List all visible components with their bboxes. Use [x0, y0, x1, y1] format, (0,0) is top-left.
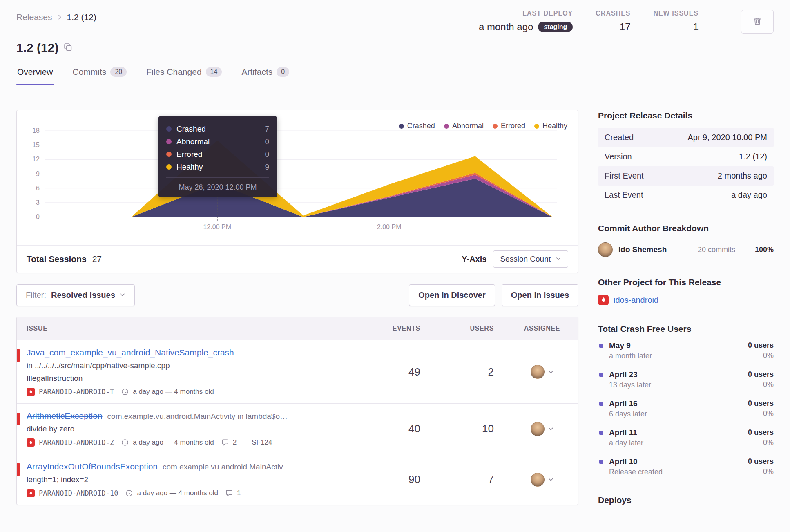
author-avatar: [598, 242, 613, 257]
issue-message: divide by zero: [27, 425, 354, 434]
other-project-row: idos-android: [598, 295, 774, 305]
sessions-area-chart: 036912151812:00 PM2:00 PM: [26, 116, 569, 235]
chevron-down-icon: [548, 369, 554, 375]
issue-meta: PARANOID-ANDROID-T a day ago — 4 months …: [27, 388, 354, 396]
delete-release-button[interactable]: [741, 10, 774, 34]
error-level-bar: [17, 349, 20, 362]
column-users: USERS: [433, 325, 506, 332]
total-sessions-value: 27: [92, 254, 102, 264]
errored-dot: [493, 124, 498, 129]
author-commit-count: 20 commits: [698, 246, 735, 254]
deploys-heading: Deploys: [598, 495, 774, 505]
page-title: 1.2 (12): [16, 41, 58, 55]
issues-table: ISSUE EVENTS USERS ASSIGNEE Java_com_exa…: [16, 317, 578, 505]
breadcrumb-releases-link[interactable]: Releases: [16, 12, 52, 22]
assignee-avatar: [531, 365, 545, 379]
chart-legend: Crashed Abnormal Errored Healthy: [399, 122, 567, 130]
issue-age: a day ago — 4 months old: [133, 438, 214, 447]
breadcrumb-current: 1.2 (12): [67, 12, 96, 22]
chevron-down-icon: [548, 426, 554, 432]
environment-badge: staging: [538, 22, 573, 32]
issue-message: IllegalInstruction: [27, 374, 354, 383]
issue-title-link[interactable]: Java_com_example_vu_android_NativeSample…: [27, 348, 234, 358]
assignee-dropdown[interactable]: [506, 340, 578, 403]
commit-authors-heading: Commit Author Breakdown: [598, 224, 774, 233]
timeline-dot: [599, 402, 603, 406]
timeline-dot: [599, 373, 603, 377]
healthy-dot: [166, 164, 172, 170]
crash-free-item: April 11 a day later 0 users 0%: [598, 428, 774, 447]
column-issue: ISSUE: [17, 325, 359, 332]
issue-meta: PARANOID-ANDROID-Z a day ago — 4 months …: [27, 438, 354, 447]
assignee-avatar: [531, 473, 545, 487]
tab-overview[interactable]: Overview: [16, 67, 54, 85]
yaxis-select[interactable]: Session Count: [493, 250, 568, 268]
other-project-link[interactable]: idos-android: [614, 295, 658, 305]
assignee-dropdown[interactable]: [506, 404, 578, 454]
comments-count: 2: [233, 438, 237, 447]
timeline-dot: [599, 460, 603, 464]
crashed-dot: [166, 126, 172, 132]
trash-icon: [753, 17, 762, 27]
release-overview-page: Releases 1.2 (12) LAST DEPLOY a month ag…: [0, 0, 790, 512]
svg-text:6: 6: [36, 185, 40, 192]
tooltip-date: May 26, 2020 12:00 PM: [166, 177, 269, 192]
last-deploy-value: a month ago: [479, 21, 533, 33]
assignee-dropdown[interactable]: [506, 454, 578, 505]
author-percent: 100%: [755, 246, 774, 254]
stat-crashes: CRASHES 17: [596, 10, 630, 33]
tooltip-row-abnormal: Abnormal 0: [166, 135, 269, 148]
crash-free-item: April 23 13 days later 0 users 0%: [598, 370, 774, 389]
events-count: 40: [359, 404, 433, 454]
abnormal-dot: [444, 124, 449, 129]
legend-crashed: Crashed: [399, 122, 435, 130]
stat-last-deploy: LAST DEPLOY a month ago staging: [479, 10, 573, 33]
issue-annotation-link[interactable]: SI-124: [252, 438, 272, 447]
users-count: 10: [433, 404, 506, 454]
issue-age: a day ago — 4 months old: [133, 388, 214, 396]
release-details-heading: Project Release Details: [598, 111, 774, 121]
legend-errored: Errored: [493, 122, 525, 130]
copy-version-button[interactable]: [64, 43, 72, 52]
detail-row-last-event: Last Event a day ago: [598, 186, 774, 205]
chart-footer: Total Sessions 27 Y-Axis Session Count: [17, 245, 578, 273]
issues-filter-select[interactable]: Filter: Resolved Issues: [16, 284, 135, 306]
crash-free-item: April 16 6 days later 0 users 0%: [598, 399, 774, 418]
issues-actions: Open in Discover Open in Issues: [409, 284, 578, 306]
crash-free-item: April 10 Release created 0 users 0%: [598, 457, 774, 476]
new-issues-label: NEW ISSUES: [654, 10, 699, 17]
issue-row: Java_com_example_vu_android_NativeSample…: [17, 340, 578, 403]
issue-title-link[interactable]: ArrayIndexOutOfBoundsException: [27, 462, 158, 472]
topbar: Releases 1.2 (12) LAST DEPLOY a month ag…: [16, 10, 774, 34]
svg-text:2:00 PM: 2:00 PM: [377, 224, 402, 230]
clock-icon: [121, 388, 129, 396]
project-icon: [27, 438, 35, 447]
release-tabs: Overview Commits20 Files Changed14 Artif…: [0, 67, 790, 85]
artifacts-count-badge: 0: [277, 67, 289, 77]
author-name: Ido Shemesh: [618, 245, 692, 254]
issues-table-header: ISSUE EVENTS USERS ASSIGNEE: [17, 317, 578, 340]
svg-text:15: 15: [32, 141, 40, 148]
crash-free-timeline: May 9 a month later 0 users 0% April 23 …: [598, 341, 774, 476]
timeline-dot: [599, 344, 603, 348]
tab-files-changed[interactable]: Files Changed14: [145, 67, 223, 85]
svg-text:9: 9: [36, 170, 40, 177]
tab-commits[interactable]: Commits20: [72, 67, 128, 85]
issue-row: ArithmeticException com.example.vu.andro…: [17, 403, 578, 454]
column-assignee: ASSIGNEE: [506, 325, 578, 332]
open-in-discover-button[interactable]: Open in Discover: [409, 284, 495, 306]
comments-count: 1: [237, 489, 241, 497]
crashes-value: 17: [620, 21, 631, 33]
events-count: 90: [359, 454, 433, 505]
other-project-heading: Other Project for This Release: [598, 277, 774, 287]
sessions-chart-card: Crashed Abnormal Errored Healthy Crashed…: [16, 110, 578, 273]
tab-artifacts[interactable]: Artifacts0: [241, 67, 290, 85]
open-in-issues-button[interactable]: Open in Issues: [502, 284, 578, 306]
breadcrumb: Releases 1.2 (12): [16, 10, 96, 22]
project-slug: PARANOID-ANDROID-Z: [39, 438, 114, 447]
comments-icon: [225, 490, 233, 497]
legend-abnormal: Abnormal: [444, 122, 484, 130]
issue-title-link[interactable]: ArithmeticException: [27, 411, 103, 421]
events-count: 49: [359, 340, 433, 403]
project-icon: [27, 388, 35, 396]
